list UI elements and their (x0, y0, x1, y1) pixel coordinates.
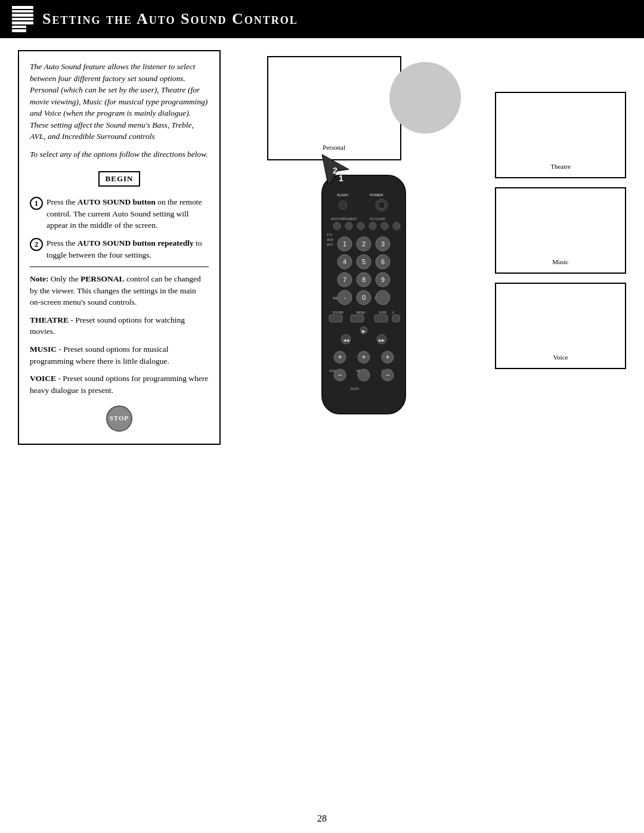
screen-theatre-label: Theatre (550, 163, 571, 170)
svg-rect-51 (374, 315, 388, 322)
step-1: 1 Press the AUTO SOUND button on the rem… (30, 196, 209, 231)
diagram-area: Personal 2 1 (233, 50, 626, 801)
svg-text:4: 4 (343, 258, 346, 265)
remote-icon (12, 6, 33, 32)
note-section: Note: Only the PERSONAL control can be c… (30, 273, 209, 308)
center-area: Personal 2 1 (233, 56, 495, 801)
svg-text:+: + (361, 353, 366, 361)
svg-text:CC  CLOCK: CC CLOCK (370, 217, 386, 221)
svg-text:II: II (392, 311, 394, 314)
screen-theatre: Theatre (495, 92, 626, 178)
svg-rect-52 (392, 315, 400, 322)
intro-text: The Auto Sound feature allows the listen… (30, 61, 209, 143)
instruction-box: The Auto Sound feature allows the listen… (18, 50, 221, 445)
svg-point-70 (358, 369, 370, 381)
svg-point-16 (393, 222, 400, 230)
theatre-section: THEATRE - Preset sound options for watch… (30, 314, 209, 337)
svg-text:−: − (338, 371, 342, 379)
right-screens: Theatre Music Voice (495, 56, 626, 801)
svg-text:A/CH STATUS/EXT: A/CH STATUS/EXT (331, 217, 357, 221)
begin-section: BEGIN (30, 166, 209, 192)
step-1-content: Press the AUTO SOUND button on the remot… (47, 196, 209, 231)
svg-point-8 (339, 201, 347, 209)
music-section: MUSIC - Preset sound options for musical… (30, 343, 209, 367)
svg-text:SLEEP: SLEEP (337, 193, 348, 197)
svg-point-13 (357, 222, 364, 230)
voice-section: VOICE - Preset sound options for program… (30, 373, 209, 396)
page-number-section: 28 (0, 813, 644, 833)
divider (30, 267, 209, 267)
svg-text:SOUND: SOUND (333, 311, 343, 314)
svg-text:2: 2 (362, 240, 366, 247)
screen-voice-label: Voice (553, 354, 568, 361)
svg-rect-49 (329, 315, 342, 322)
svg-text:6: 6 (381, 258, 385, 265)
svg-text:AUTO: AUTO (351, 387, 359, 391)
bg-circle (389, 62, 461, 134)
svg-text:8: 8 (362, 276, 366, 283)
svg-text:1: 1 (343, 240, 346, 247)
svg-text:-: - (343, 294, 346, 301)
svg-text:+: + (338, 353, 342, 361)
remote-illustration: 2 1 SLEEP POWER (304, 169, 423, 420)
remote-control-svg: SLEEP POWER A/CH STATUS/EXT CC CLOCK (304, 169, 423, 420)
svg-text:1: 1 (339, 174, 343, 183)
svg-text:−: − (385, 371, 389, 379)
svg-text:▶: ▶ (362, 329, 366, 334)
cursor-icon: 2 1 (316, 143, 364, 190)
svg-text:5: 5 (362, 258, 366, 265)
step-2: 2 Press the AUTO SOUND button repeatedly… (30, 237, 209, 261)
screen-music: Music (495, 187, 626, 274)
svg-text:2: 2 (333, 166, 338, 175)
main-screen-row: Personal (267, 56, 461, 160)
svg-text:9: 9 (381, 276, 385, 283)
svg-point-7 (378, 202, 385, 209)
step-2-number: 2 (30, 238, 43, 251)
svg-point-11 (333, 222, 340, 230)
stop-section: STOP (30, 405, 209, 432)
screen-music-label: Music (552, 258, 569, 265)
page-title: Setting the Auto Sound Control (42, 10, 298, 28)
screen-voice: Voice (495, 283, 626, 369)
svg-point-14 (369, 222, 376, 230)
svg-text:◀◀: ◀◀ (343, 338, 349, 342)
svg-point-12 (345, 222, 352, 230)
svg-text:7: 7 (343, 276, 346, 283)
svg-text:MENU: MENU (357, 311, 366, 314)
svg-text:POWER: POWER (370, 193, 383, 197)
svg-text:▶▶: ▶▶ (379, 338, 385, 342)
svg-text:+: + (385, 353, 389, 361)
stop-badge: STOP (106, 405, 132, 432)
step-1-number: 1 (30, 197, 43, 210)
page-number: 28 (317, 813, 327, 823)
page-header: Setting the Auto Sound Control (0, 0, 644, 38)
svg-text:3: 3 (381, 240, 385, 247)
svg-text:SURF: SURF (379, 311, 387, 314)
svg-text:ACC: ACC (327, 243, 333, 246)
step-2-content: Press the AUTO SOUND button repeatedly t… (47, 237, 209, 261)
main-content: The Auto Sound feature allows the listen… (0, 38, 644, 813)
diagram-layout: Personal 2 1 (233, 50, 626, 801)
svg-point-44 (376, 290, 390, 305)
begin-badge: BEGIN (98, 171, 141, 187)
svg-text:VCR: VCR (327, 238, 333, 241)
svg-text:TTY: TTY (327, 233, 333, 237)
svg-text:0: 0 (362, 294, 366, 301)
svg-point-15 (381, 222, 388, 230)
intro-text2: To select any of the options follow the … (30, 148, 209, 160)
svg-rect-50 (351, 315, 364, 322)
